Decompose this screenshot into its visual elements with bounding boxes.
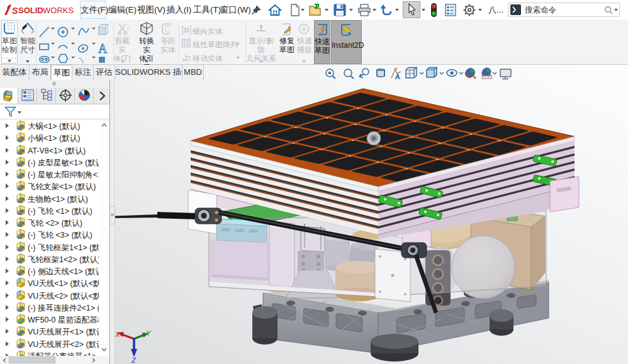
svg-text:A: A: [395, 72, 400, 80]
svg-text:A: A: [98, 41, 108, 55]
svg-text:Z: Z: [131, 356, 137, 364]
svg-text:S: S: [12, 6, 18, 16]
svg-text:WORKS: WORKS: [43, 6, 74, 15]
svg-text:Y: Y: [146, 329, 151, 337]
svg-text:X: X: [115, 331, 120, 338]
svg-text:SOLID: SOLID: [18, 6, 43, 15]
